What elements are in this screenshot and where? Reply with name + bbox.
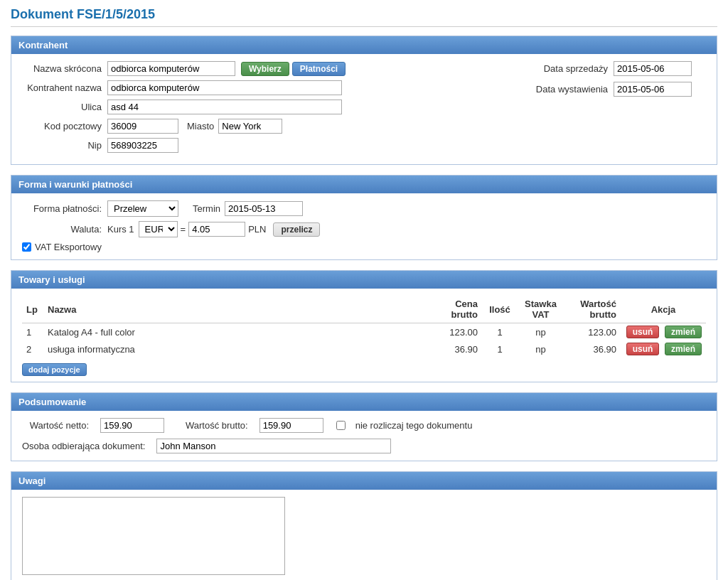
- termin-label: Termin: [193, 203, 220, 214]
- col-cena: Cenabrutto: [425, 296, 482, 323]
- row-akcja: usuń zmień: [621, 323, 706, 341]
- miasto-input[interactable]: [218, 119, 282, 134]
- nie-rozliczaj-checkbox[interactable]: [336, 421, 346, 430]
- data-wystawienia-input[interactable]: [614, 82, 692, 97]
- uwagi-header: Uwagi: [11, 472, 717, 490]
- row-stawka: np: [518, 340, 564, 358]
- osoba-label: Osoba odbierająca dokument:: [22, 439, 149, 451]
- row-stawka: np: [518, 323, 564, 341]
- zmien-button-1[interactable]: zmień: [665, 326, 702, 338]
- forma-platnosci-label: Forma płatności:: [22, 203, 107, 214]
- row-lp: 2: [22, 340, 43, 358]
- col-akcja: Akcja: [621, 296, 706, 323]
- kurs-currency-select[interactable]: EUR USD GBP: [139, 221, 178, 237]
- table-row: 2 usługa informatyczna 36.90 1 np 36.90 …: [22, 340, 706, 358]
- przelicz-button[interactable]: przelicz: [273, 222, 320, 237]
- usun-button-1[interactable]: usuń: [626, 326, 660, 338]
- nazwa-skrocona-label: Nazwa skrócona: [22, 63, 107, 74]
- row-wartosc: 36.90: [564, 340, 621, 358]
- ulica-input[interactable]: [107, 100, 342, 114]
- vat-eksportowy-checkbox[interactable]: [22, 242, 31, 252]
- miasto-label: Miasto: [187, 121, 214, 131]
- col-ilosc: Ilość: [482, 296, 518, 323]
- kurs-equals: =: [181, 224, 186, 235]
- podsumowanie-section: Podsumowanie Wartość netto: Wartość brut…: [11, 392, 717, 461]
- col-nazwa: Nazwa: [43, 296, 425, 323]
- row-lp: 1: [22, 323, 43, 341]
- row-akcja: usuń zmień: [621, 340, 706, 358]
- platnosci-header: Forma i warunki płatności: [11, 176, 717, 193]
- termin-input[interactable]: [225, 201, 303, 216]
- dodaj-pozycje-button[interactable]: dodaj pozycje: [22, 363, 87, 376]
- zmien-button-2[interactable]: zmień: [665, 343, 702, 355]
- wartosc-netto-label: Wartość netto:: [22, 420, 93, 431]
- wybierz-button[interactable]: Wybierz: [241, 62, 289, 76]
- kod-pocztowy-label: Kod pocztowy: [22, 121, 107, 131]
- uwagi-section: Uwagi: [11, 471, 717, 580]
- col-lp: Lp: [22, 296, 43, 323]
- uwagi-textarea[interactable]: [22, 497, 285, 575]
- kurs-pln-label: PLN: [248, 224, 266, 235]
- row-ilosc: 1: [482, 323, 518, 341]
- products-table: Lp Nazwa Cenabrutto Ilość StawkaVAT Wart…: [22, 296, 706, 358]
- row-wartosc: 123.00: [564, 323, 621, 341]
- row-nazwa: Katalog A4 - full color: [43, 323, 425, 341]
- data-wystawienia-label: Data wystawienia: [521, 84, 614, 95]
- kod-pocztowy-input[interactable]: [107, 119, 178, 134]
- row-nazwa: usługa informatyczna: [43, 340, 425, 358]
- data-sprzedazy-input[interactable]: [614, 61, 692, 76]
- platnosci-section: Forma i warunki płatności Forma płatnośc…: [11, 175, 717, 260]
- waluta-label: Waluta:: [22, 224, 107, 235]
- row-ilosc: 1: [482, 340, 518, 358]
- nip-label: Nip: [22, 140, 107, 151]
- row-cena: 36.90: [425, 340, 482, 358]
- page-title: Dokument FSE/1/5/2015: [11, 7, 717, 27]
- vat-eksportowy-label: VAT Eksportowy: [35, 242, 102, 252]
- forma-platnosci-select[interactable]: Przelew Gotówka Karta: [107, 200, 178, 217]
- kurs-label: Kurs 1: [107, 224, 134, 235]
- usun-button-2[interactable]: usuń: [626, 343, 660, 355]
- data-sprzedazy-label: Data sprzedaży: [521, 63, 614, 74]
- podsumowanie-header: Podsumowanie: [11, 393, 717, 411]
- wartosc-brutto-input[interactable]: [259, 418, 323, 433]
- row-cena: 123.00: [425, 323, 482, 341]
- towary-header: Towary i usługi: [11, 271, 717, 289]
- wartosc-netto-input[interactable]: [100, 418, 164, 433]
- nazwa-skrocona-input[interactable]: [107, 61, 235, 76]
- nie-rozliczaj-label: nie rozliczaj tego dokumentu: [355, 420, 473, 431]
- kontrahent-header: Kontrahent: [11, 36, 717, 54]
- kontrahent-nazwa-label: Kontrahent nazwa: [22, 82, 107, 93]
- ulica-label: Ulica: [22, 102, 107, 112]
- col-wartosc: Wartośćbrutto: [564, 296, 621, 323]
- table-row: 1 Katalog A4 - full color 123.00 1 np 12…: [22, 323, 706, 341]
- osoba-input[interactable]: [156, 439, 391, 453]
- nip-input[interactable]: [107, 138, 178, 153]
- kurs-value-input[interactable]: [188, 222, 245, 237]
- kontrahent-nazwa-input[interactable]: [107, 80, 342, 95]
- towary-section: Towary i usługi Lp Nazwa Cenabrutto Iloś…: [11, 270, 717, 382]
- col-stawka: StawkaVAT: [518, 296, 564, 323]
- wartosc-brutto-label: Wartość brutto:: [186, 420, 248, 431]
- kontrahent-section: Kontrahent Nazwa skrócona Wybierz Płatno…: [11, 36, 717, 165]
- platnosci-button[interactable]: Płatności: [292, 62, 346, 76]
